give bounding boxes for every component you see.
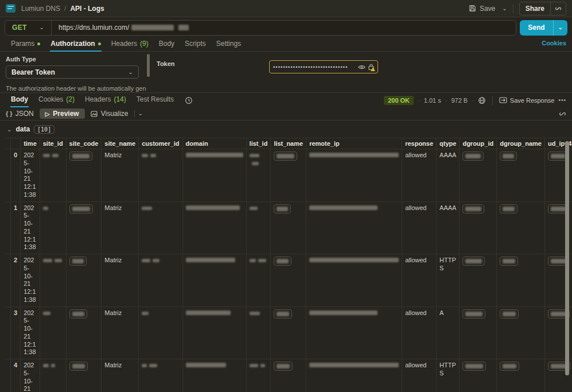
cell-value-box <box>69 309 87 319</box>
auth-type-select[interactable]: Bearer Token ⌄ <box>6 65 139 79</box>
column-header-dgroup_id: dgroup_id <box>460 138 497 149</box>
cell-dgroup_id <box>460 359 497 392</box>
collapse-chevron-icon[interactable]: ⌄ <box>7 126 11 133</box>
cell-dgroup_name <box>497 149 545 202</box>
auth-helper-text: The authorization header will be automat… <box>6 85 146 92</box>
cell-response: allowed <box>402 359 437 392</box>
cell-value-box <box>274 362 293 371</box>
table-row: 42025-10-21 12:11:38MatrizallowedHTTPS <box>5 359 572 392</box>
response-scrollbar[interactable] <box>565 141 569 375</box>
tab-body[interactable]: Body <box>154 38 180 52</box>
cell-value-box <box>274 204 291 214</box>
table-row: 22025-10-21 12:11:38MatrizallowedHTTPS <box>5 254 572 307</box>
send-button-group: Send ⌄ <box>520 20 567 36</box>
view-visualize-button[interactable]: Visualize ⌄ <box>91 110 143 118</box>
cell-site_name: Matriz <box>102 359 139 392</box>
cell-remote_ip <box>306 306 402 359</box>
warning-triangle-icon <box>371 67 375 71</box>
cell-site_id <box>40 306 66 359</box>
row-index: 4 <box>11 359 21 392</box>
response-tabs: BodyCookies (2)Headers (14)Test Results … <box>0 93 572 107</box>
play-icon: ▷ <box>45 111 50 117</box>
auth-type-chevron-down-icon: ⌄ <box>129 69 133 75</box>
cell-site_name: Matriz <box>102 254 139 307</box>
auth-type-label: Auth Type <box>6 56 151 63</box>
cell-site_name: Matriz <box>102 201 139 254</box>
cell-site_code <box>66 149 102 202</box>
save-chevron-down-icon[interactable]: ⌄ <box>502 6 507 11</box>
data-root-key[interactable]: data <box>15 125 30 133</box>
view-json-button[interactable]: { } JSON <box>6 110 34 118</box>
token-input[interactable]: •••••••••••••••••••••••••••••• <box>269 60 378 73</box>
cell-value-box <box>69 204 93 214</box>
visualize-chevron-down-icon[interactable]: ⌄ <box>138 111 143 117</box>
cell-qtype: AAAA <box>437 149 460 202</box>
response-tab-cookies[interactable]: Cookies (2) <box>33 94 80 107</box>
url-input[interactable]: https://dns.lumiun.com/ <box>52 24 196 32</box>
method-chevron-down-icon: ⌄ <box>40 25 44 30</box>
cookies-link[interactable]: Cookies <box>542 38 566 46</box>
app-header: Lumiun DNS / API - Logs Save ⌄ Share <box>0 0 572 17</box>
breadcrumb-request-name[interactable]: API - Logs <box>70 5 104 13</box>
save-response-button[interactable]: Save Response <box>499 97 555 104</box>
view-preview-button[interactable]: ▷ Preview <box>40 108 85 119</box>
column-header-list_name: list_name <box>271 138 306 149</box>
method-select[interactable]: GET ⌄ <box>5 21 52 35</box>
tab-params[interactable]: Params <box>6 38 45 52</box>
response-tab-headers[interactable]: Headers (14) <box>80 94 131 107</box>
column-header-domain: domain <box>182 138 246 149</box>
row-index: 3 <box>11 306 21 359</box>
breadcrumb-workspace[interactable]: Lumiun DNS <box>21 5 60 13</box>
url-container: GET ⌄ https://dns.lumiun.com/ <box>5 20 516 36</box>
share-button[interactable]: Share <box>519 2 566 15</box>
column-header-qtype: qtype <box>437 138 460 149</box>
status-badge[interactable]: 200 OK <box>384 96 414 105</box>
cell-site_code <box>66 201 102 254</box>
cell-dgroup_id <box>460 306 497 359</box>
cell-dgroup_name <box>497 201 545 254</box>
cell-customer_id <box>139 306 182 359</box>
cell-domain <box>182 149 246 202</box>
column-header-customer_id: customer_id <box>139 138 182 149</box>
network-globe-icon[interactable] <box>478 96 486 104</box>
response-tab-body[interactable]: Body <box>6 94 33 107</box>
eye-icon[interactable] <box>358 64 365 70</box>
share-label[interactable]: Share <box>520 2 550 15</box>
cell-dgroup_id <box>460 254 497 307</box>
cell-list_id <box>246 306 271 359</box>
cell-value-box <box>462 362 486 371</box>
response-time[interactable]: 1.01 s <box>424 97 441 104</box>
tab-settings[interactable]: Settings <box>211 38 246 52</box>
cell-value-box <box>500 362 519 371</box>
column-header-site_id: site_id <box>40 138 66 149</box>
lock-warning-icon[interactable] <box>368 64 374 70</box>
braces-icon: { } <box>6 110 13 117</box>
more-options-icon[interactable]: ••• <box>558 97 566 103</box>
response-tab-test-results[interactable]: Test Results <box>131 94 179 107</box>
table-row: 12025-10-21 12:11:38MatrizallowedAAAA <box>5 201 572 254</box>
copy-link-icon[interactable] <box>550 2 566 15</box>
send-button[interactable]: Send <box>520 20 552 36</box>
save-button[interactable]: Save <box>465 2 499 15</box>
tab-scripts[interactable]: Scripts <box>180 38 211 52</box>
tab-authorization[interactable]: Authorization <box>45 38 106 52</box>
cell-site_id <box>40 254 66 307</box>
cell-domain <box>182 254 246 307</box>
column-header-time: time <box>21 138 40 149</box>
cell-value-box <box>500 309 519 319</box>
link-icon[interactable] <box>559 110 566 118</box>
token-masked-value: •••••••••••••••••••••••••••••• <box>273 64 355 70</box>
cell-list_name <box>271 254 306 307</box>
cell-response: allowed <box>402 306 437 359</box>
history-clock-icon[interactable] <box>185 96 193 104</box>
cell-remote_ip <box>306 149 402 202</box>
cell-customer_id <box>139 149 182 202</box>
send-chevron-down-icon[interactable]: ⌄ <box>553 20 567 36</box>
tab-headers[interactable]: Headers (9) <box>106 38 154 52</box>
collection-icon <box>6 4 15 13</box>
cell-remote_ip <box>306 254 402 307</box>
unsaved-dot <box>98 42 101 45</box>
response-size[interactable]: 972 B <box>451 97 468 104</box>
auth-scrollbar[interactable] <box>147 54 150 77</box>
cell-site_id <box>40 149 66 202</box>
